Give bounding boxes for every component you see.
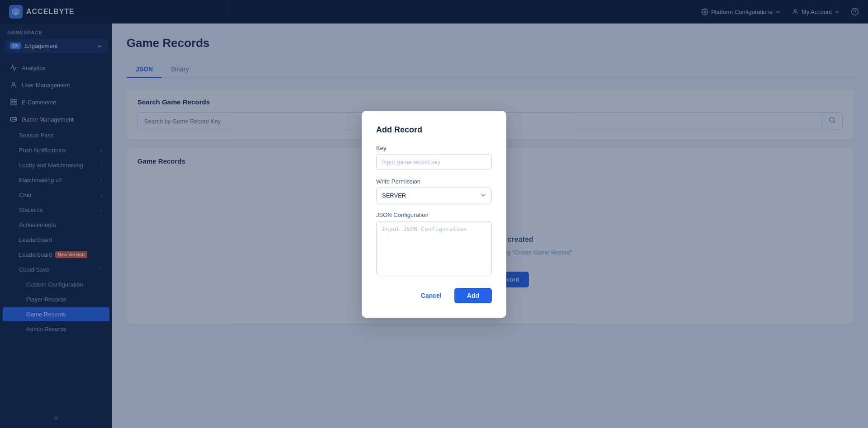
modal-title: Add Record: [376, 125, 492, 135]
key-form-group: Key: [376, 145, 492, 170]
modal-actions: Cancel Add: [376, 288, 492, 303]
cancel-button[interactable]: Cancel: [414, 288, 449, 303]
json-config-label: JSON Configuration: [376, 212, 492, 218]
key-input[interactable]: [376, 154, 492, 170]
key-label: Key: [376, 145, 492, 151]
modal-overlay[interactable]: Add Record Key Write Permission SERVER C…: [0, 0, 868, 428]
json-config-form-group: JSON Configuration: [376, 212, 492, 277]
add-record-modal: Add Record Key Write Permission SERVER C…: [362, 111, 506, 318]
write-permission-form-group: Write Permission SERVER CLIENT PUBLIC: [376, 178, 492, 203]
json-config-textarea[interactable]: [376, 221, 492, 275]
write-permission-label: Write Permission: [376, 178, 492, 185]
write-permission-select[interactable]: SERVER CLIENT PUBLIC: [376, 188, 492, 203]
add-button[interactable]: Add: [454, 288, 492, 303]
